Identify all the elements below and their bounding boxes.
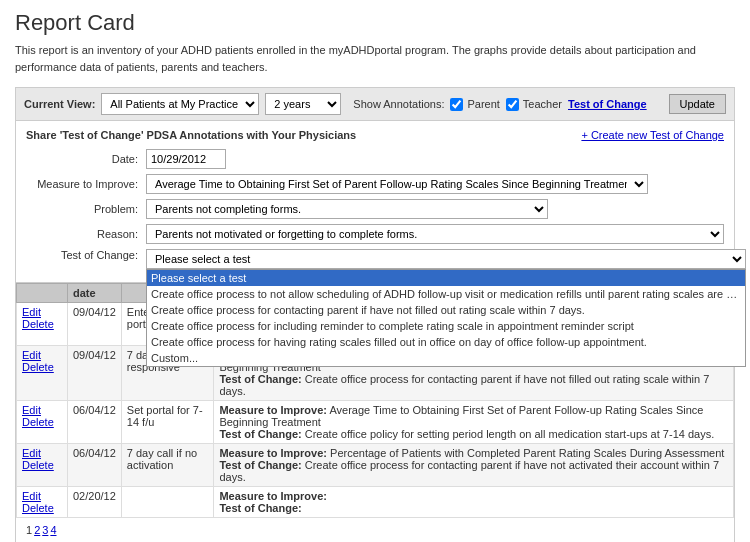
pagination: 1 2 3 4 <box>16 518 734 542</box>
edit-link[interactable]: Edit <box>22 306 41 318</box>
actions-cell: Edit Delete <box>17 346 68 401</box>
note-cell: Set portal for 7-14 f/u <box>121 401 214 444</box>
form-section: Share 'Test of Change' PDSA Annotations … <box>15 121 735 283</box>
note-cell <box>121 487 214 518</box>
edit-link[interactable]: Edit <box>22 447 41 459</box>
measure-row: Measure to Improve: Average Time to Obta… <box>26 174 724 194</box>
test-of-change-link[interactable]: Test of Change <box>568 98 647 110</box>
detail-cell: Measure to Improve: Percentage of Patien… <box>214 444 734 487</box>
practice-select[interactable]: All Patients at My Practice <box>101 93 259 115</box>
test-dropdown-list: Please select a test Create office proce… <box>146 269 746 367</box>
problem-row: Problem: Parents not completing forms. <box>26 199 724 219</box>
edit-link[interactable]: Edit <box>22 404 41 416</box>
date-cell: 06/04/12 <box>67 444 121 487</box>
reason-select[interactable]: Parents not motivated or forgetting to c… <box>146 224 724 244</box>
table-row: Edit Delete 02/20/12 Measure to Improve:… <box>17 487 734 518</box>
col-date: date <box>67 284 121 303</box>
measure-select[interactable]: Average Time to Obtaining First Set of P… <box>146 174 648 194</box>
delete-link[interactable]: Delete <box>22 459 54 471</box>
dropdown-item-2[interactable]: Create office process for contacting par… <box>147 302 745 318</box>
teacher-checkbox[interactable] <box>506 98 519 111</box>
detail-cell: Measure to Improve:Test of Change: <box>214 487 734 518</box>
col-actions <box>17 284 68 303</box>
reason-row: Reason: Parents not motivated or forgett… <box>26 224 724 244</box>
teacher-label: Teacher <box>523 98 562 110</box>
dropdown-item-4[interactable]: Create office process for having rating … <box>147 334 745 350</box>
page-title: Report Card <box>15 10 735 36</box>
measure-label: Measure to Improve: <box>26 178 146 190</box>
table-row: Edit Delete 06/04/12 Set portal for 7-14… <box>17 401 734 444</box>
dropdown-item-0[interactable]: Please select a test <box>147 270 745 286</box>
page-2-link[interactable]: 2 <box>34 524 40 536</box>
actions-cell: Edit Delete <box>17 401 68 444</box>
edit-link[interactable]: Edit <box>22 490 41 502</box>
delete-link[interactable]: Delete <box>22 502 54 514</box>
date-input[interactable] <box>146 149 226 169</box>
dropdown-item-3[interactable]: Create office process for including remi… <box>147 318 745 334</box>
dropdown-item-1[interactable]: Create office process to not allow sched… <box>147 286 745 302</box>
date-cell: 09/04/12 <box>67 303 121 346</box>
share-header: Share 'Test of Change' PDSA Annotations … <box>26 129 724 141</box>
date-cell: 06/04/12 <box>67 401 121 444</box>
delete-link[interactable]: Delete <box>22 361 54 373</box>
test-select[interactable]: Please select a test <box>146 249 746 269</box>
page-4-link[interactable]: 4 <box>50 524 56 536</box>
time-select[interactable]: 2 years 1 year 6 months <box>265 93 341 115</box>
update-button[interactable]: Update <box>669 94 726 114</box>
test-label: Test of Change: <box>26 249 146 261</box>
note-cell: 7 day call if no activation <box>121 444 214 487</box>
parent-label: Parent <box>467 98 499 110</box>
create-new-link[interactable]: + Create new Test of Change <box>581 129 724 141</box>
reason-label: Reason: <box>26 228 146 240</box>
delete-link[interactable]: Delete <box>22 318 54 330</box>
edit-link[interactable]: Edit <box>22 349 41 361</box>
test-dropdown-container: Please select a test Please select a tes… <box>146 249 746 269</box>
teacher-checkbox-group[interactable]: Teacher <box>506 98 562 111</box>
date-label: Date: <box>26 153 146 165</box>
date-cell: 02/20/12 <box>67 487 121 518</box>
actions-cell: Edit Delete <box>17 303 68 346</box>
toolbar: Current View: All Patients at My Practic… <box>15 87 735 121</box>
page-description: This report is an inventory of your ADHD… <box>15 42 735 75</box>
test-row: Test of Change: Please select a test Ple… <box>26 249 724 269</box>
date-row: Date: <box>26 149 724 169</box>
problem-label: Problem: <box>26 203 146 215</box>
parent-checkbox[interactable] <box>450 98 463 111</box>
current-view-label: Current View: <box>24 98 95 110</box>
page-3-link[interactable]: 3 <box>42 524 48 536</box>
show-annotations-label: Show Annotations: <box>353 98 444 110</box>
date-cell: 09/04/12 <box>67 346 121 401</box>
table-row: Edit Delete 06/04/12 7 day call if no ac… <box>17 444 734 487</box>
actions-cell: Edit Delete <box>17 444 68 487</box>
parent-checkbox-group[interactable]: Parent <box>450 98 499 111</box>
delete-link[interactable]: Delete <box>22 416 54 428</box>
detail-cell: Measure to Improve: Average Time to Obta… <box>214 401 734 444</box>
actions-cell: Edit Delete <box>17 487 68 518</box>
share-title: Share 'Test of Change' PDSA Annotations … <box>26 129 356 141</box>
pagination-label: 1 <box>26 524 32 536</box>
dropdown-item-5[interactable]: Custom... <box>147 350 745 366</box>
problem-select[interactable]: Parents not completing forms. <box>146 199 548 219</box>
